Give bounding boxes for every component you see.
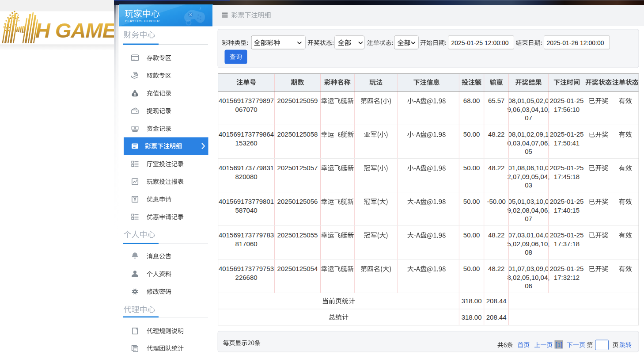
svg-text:401569173779897: 401569173779897: [219, 97, 274, 104]
svg-text:08: 08: [525, 248, 532, 256]
svg-text:2025-01-25: 2025-01-25: [550, 97, 584, 104]
svg-text:401569173779801: 401569173779801: [219, 198, 274, 205]
svg-text:08,01,05,02,0: 08,01,05,02,0: [508, 97, 549, 104]
svg-text:208.44: 208.44: [486, 313, 507, 321]
svg-text:PLAYERS CENTER: PLAYERS CENTER: [125, 19, 160, 23]
svg-text:153260: 153260: [235, 139, 258, 147]
svg-text:9,02,08,04,06,: 9,02,08,04,06,: [508, 206, 550, 214]
svg-text:067070: 067070: [235, 106, 258, 113]
svg-text:65.57: 65.57: [488, 97, 505, 104]
svg-text:07,03,01,04,0: 07,03,01,04,0: [508, 231, 549, 239]
svg-text:8,02,05,10,04,: 8,02,05,10,04,: [508, 274, 550, 281]
svg-text:2025-01-25: 2025-01-25: [550, 130, 584, 138]
svg-text:401569173779783: 401569173779783: [219, 231, 274, 239]
svg-text:03: 03: [525, 181, 532, 189]
svg-text:2025-01-25: 2025-01-25: [550, 265, 584, 272]
svg-text:50.00: 50.00: [463, 265, 480, 272]
svg-text:17:37:18: 17:37:18: [554, 240, 580, 248]
svg-text:401569173779831: 401569173779831: [219, 164, 274, 172]
svg-text:2025-01-25: 2025-01-25: [550, 231, 584, 239]
svg-text:820080: 820080: [235, 173, 258, 180]
svg-text:20250125056: 20250125056: [277, 198, 318, 205]
svg-text:-50.00: -50.00: [487, 198, 506, 205]
svg-text:01,08,06,10,0: 01,08,06,10,0: [508, 164, 549, 172]
svg-text:2025-01-25 12:00:00: 2025-01-25 12:00:00: [451, 39, 509, 46]
svg-text:20250125055: 20250125055: [277, 231, 318, 239]
svg-text:20250125059: 20250125059: [277, 97, 318, 104]
svg-text:50.00: 50.00: [463, 164, 480, 172]
svg-text:17:56:10: 17:56:10: [554, 106, 580, 113]
svg-text:2,07,09,05,04,: 2,07,09,05,04,: [508, 173, 550, 180]
svg-text:[1]: [1]: [556, 341, 563, 348]
svg-text:68.00: 68.00: [463, 97, 480, 104]
svg-text:17:50:41: 17:50:41: [554, 139, 580, 147]
svg-text:01,07,03,09,0: 01,07,03,09,0: [508, 265, 549, 272]
svg-text:318.00: 318.00: [462, 297, 482, 305]
svg-text:401569173779753: 401569173779753: [219, 265, 274, 272]
svg-text:07: 07: [525, 215, 532, 222]
svg-text:17:32:12: 17:32:12: [554, 274, 580, 281]
svg-text:2025-01-25: 2025-01-25: [550, 164, 584, 172]
svg-text:50.00: 50.00: [463, 231, 480, 239]
svg-text:817060: 817060: [235, 240, 258, 248]
svg-text:50.00: 50.00: [463, 198, 480, 205]
svg-text:9,06,03,04,10,: 9,06,03,04,10,: [508, 106, 550, 113]
svg-text:2025-01-25: 2025-01-25: [550, 198, 584, 205]
svg-text:20250125058: 20250125058: [277, 130, 318, 138]
svg-text:0,03,04,07,06,: 0,03,04,07,06,: [508, 139, 550, 147]
svg-text:318.00: 318.00: [462, 313, 482, 321]
svg-text:17:40:15: 17:40:15: [554, 206, 580, 214]
svg-text:226680: 226680: [235, 274, 258, 281]
svg-text:06: 06: [525, 282, 532, 290]
svg-text:48.22: 48.22: [488, 130, 505, 138]
svg-text:2025-01-26 12:00:00: 2025-01-26 12:00:00: [547, 39, 604, 46]
svg-text:20250125057: 20250125057: [277, 164, 318, 172]
svg-text:17:45:18: 17:45:18: [554, 173, 580, 180]
svg-text:20250125054: 20250125054: [277, 265, 318, 272]
svg-text:50.00: 50.00: [463, 130, 480, 138]
svg-text:401569173779864: 401569173779864: [219, 130, 274, 138]
svg-text:05,01,03,10,0: 05,01,03,10,0: [508, 198, 549, 205]
svg-text:07: 07: [525, 114, 532, 122]
svg-text:H GAME: H GAME: [35, 19, 117, 42]
svg-text:5,02,09,06,10,: 5,02,09,06,10,: [508, 240, 550, 248]
svg-text:08,01,02,09,1: 08,01,02,09,1: [508, 130, 549, 138]
svg-text:208.44: 208.44: [486, 297, 507, 305]
svg-text:48.22: 48.22: [488, 231, 505, 239]
svg-text:05: 05: [525, 148, 532, 155]
svg-text:48.22: 48.22: [488, 164, 505, 172]
svg-text:587040: 587040: [235, 206, 258, 214]
svg-text:48.22: 48.22: [488, 265, 505, 272]
